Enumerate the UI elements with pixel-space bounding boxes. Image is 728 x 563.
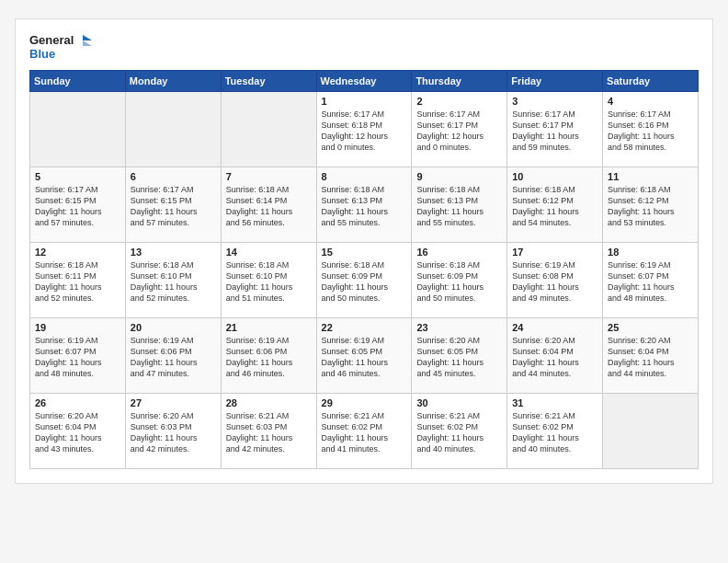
day-number: 15 xyxy=(322,247,407,258)
day-info: Sunrise: 6:19 AM Sunset: 6:05 PM Dayligh… xyxy=(322,335,407,380)
weekday-header-thursday: Thursday xyxy=(412,71,507,92)
day-number: 19 xyxy=(35,322,120,333)
day-info: Sunrise: 6:17 AM Sunset: 6:17 PM Dayligh… xyxy=(512,109,597,154)
day-cell xyxy=(125,92,221,167)
day-number: 10 xyxy=(512,171,597,182)
day-cell: 27Sunrise: 6:20 AM Sunset: 6:03 PM Dayli… xyxy=(125,394,221,469)
weekday-header-monday: Monday xyxy=(125,71,221,92)
day-cell: 8Sunrise: 6:18 AM Sunset: 6:13 PM Daylig… xyxy=(316,167,412,243)
day-cell: 7Sunrise: 6:18 AM Sunset: 6:14 PM Daylig… xyxy=(221,167,316,243)
week-row-1: 1Sunrise: 6:17 AM Sunset: 6:18 PM Daylig… xyxy=(30,92,699,167)
day-number: 5 xyxy=(35,171,120,182)
day-cell: 31Sunrise: 6:21 AM Sunset: 6:02 PM Dayli… xyxy=(507,394,603,469)
day-cell: 16Sunrise: 6:18 AM Sunset: 6:09 PM Dayli… xyxy=(412,243,507,318)
logo-blue: Blue xyxy=(29,47,55,61)
day-info: Sunrise: 6:20 AM Sunset: 6:03 PM Dayligh… xyxy=(131,410,216,455)
day-cell xyxy=(603,394,699,469)
day-number: 24 xyxy=(512,322,597,333)
day-info: Sunrise: 6:19 AM Sunset: 6:07 PM Dayligh… xyxy=(608,259,693,304)
day-info: Sunrise: 6:17 AM Sunset: 6:16 PM Dayligh… xyxy=(608,109,693,154)
logo-general: General xyxy=(29,33,74,47)
day-cell: 28Sunrise: 6:21 AM Sunset: 6:03 PM Dayli… xyxy=(221,394,316,469)
day-info: Sunrise: 6:18 AM Sunset: 6:09 PM Dayligh… xyxy=(322,259,407,304)
svg-marker-0 xyxy=(83,35,92,40)
weekday-header-tuesday: Tuesday xyxy=(221,71,316,92)
calendar-table: SundayMondayTuesdayWednesdayThursdayFrid… xyxy=(29,70,699,469)
day-info: Sunrise: 6:19 AM Sunset: 6:06 PM Dayligh… xyxy=(226,335,312,380)
day-info: Sunrise: 6:17 AM Sunset: 6:17 PM Dayligh… xyxy=(416,109,502,154)
day-number: 26 xyxy=(35,397,120,408)
day-number: 25 xyxy=(608,322,693,333)
day-cell: 3Sunrise: 6:17 AM Sunset: 6:17 PM Daylig… xyxy=(507,92,603,167)
day-cell: 11Sunrise: 6:18 AM Sunset: 6:12 PM Dayli… xyxy=(603,167,699,243)
day-cell xyxy=(30,92,126,167)
day-number: 1 xyxy=(322,96,407,107)
day-number: 7 xyxy=(226,171,312,182)
day-number: 16 xyxy=(416,247,502,258)
day-number: 2 xyxy=(416,96,502,107)
day-info: Sunrise: 6:18 AM Sunset: 6:10 PM Dayligh… xyxy=(226,259,312,304)
day-cell: 30Sunrise: 6:21 AM Sunset: 6:02 PM Dayli… xyxy=(412,394,507,469)
day-cell: 13Sunrise: 6:18 AM Sunset: 6:10 PM Dayli… xyxy=(125,243,221,318)
day-cell: 9Sunrise: 6:18 AM Sunset: 6:13 PM Daylig… xyxy=(412,167,507,243)
day-cell: 25Sunrise: 6:20 AM Sunset: 6:04 PM Dayli… xyxy=(603,318,699,394)
day-info: Sunrise: 6:20 AM Sunset: 6:05 PM Dayligh… xyxy=(416,335,502,380)
day-cell: 12Sunrise: 6:18 AM Sunset: 6:11 PM Dayli… xyxy=(30,243,126,318)
day-number: 3 xyxy=(512,96,597,107)
weekday-header-friday: Friday xyxy=(507,71,603,92)
day-number: 22 xyxy=(322,322,407,333)
day-number: 11 xyxy=(608,171,693,182)
day-info: Sunrise: 6:20 AM Sunset: 6:04 PM Dayligh… xyxy=(512,335,597,380)
day-info: Sunrise: 6:21 AM Sunset: 6:02 PM Dayligh… xyxy=(416,410,502,455)
day-info: Sunrise: 6:21 AM Sunset: 6:02 PM Dayligh… xyxy=(322,410,407,455)
day-info: Sunrise: 6:18 AM Sunset: 6:09 PM Dayligh… xyxy=(416,259,502,304)
weekday-header-row: SundayMondayTuesdayWednesdayThursdayFrid… xyxy=(30,71,699,92)
day-cell: 4Sunrise: 6:17 AM Sunset: 6:16 PM Daylig… xyxy=(603,92,699,167)
weekday-header-sunday: Sunday xyxy=(30,71,126,92)
day-number: 29 xyxy=(322,397,407,408)
week-row-2: 5Sunrise: 6:17 AM Sunset: 6:15 PM Daylig… xyxy=(30,167,699,243)
calendar-page: General Blue SundayMondayTuesdayWednesda… xyxy=(15,18,713,484)
day-cell: 14Sunrise: 6:18 AM Sunset: 6:10 PM Dayli… xyxy=(221,243,316,318)
day-number: 20 xyxy=(131,322,216,333)
day-cell: 10Sunrise: 6:18 AM Sunset: 6:12 PM Dayli… xyxy=(507,167,603,243)
week-row-3: 12Sunrise: 6:18 AM Sunset: 6:11 PM Dayli… xyxy=(30,243,699,318)
day-info: Sunrise: 6:18 AM Sunset: 6:11 PM Dayligh… xyxy=(35,259,120,304)
day-number: 17 xyxy=(512,247,597,258)
day-cell: 20Sunrise: 6:19 AM Sunset: 6:06 PM Dayli… xyxy=(125,318,221,394)
day-info: Sunrise: 6:18 AM Sunset: 6:13 PM Dayligh… xyxy=(416,184,502,229)
day-info: Sunrise: 6:21 AM Sunset: 6:03 PM Dayligh… xyxy=(226,410,312,455)
day-number: 9 xyxy=(416,171,502,182)
day-number: 12 xyxy=(35,247,120,258)
week-row-5: 26Sunrise: 6:20 AM Sunset: 6:04 PM Dayli… xyxy=(30,394,699,469)
day-number: 14 xyxy=(226,247,312,258)
day-info: Sunrise: 6:17 AM Sunset: 6:15 PM Dayligh… xyxy=(35,184,120,229)
day-info: Sunrise: 6:21 AM Sunset: 6:02 PM Dayligh… xyxy=(512,410,597,455)
day-cell: 23Sunrise: 6:20 AM Sunset: 6:05 PM Dayli… xyxy=(412,318,507,394)
day-cell: 15Sunrise: 6:18 AM Sunset: 6:09 PM Dayli… xyxy=(316,243,412,318)
day-info: Sunrise: 6:18 AM Sunset: 6:10 PM Dayligh… xyxy=(131,259,216,304)
day-number: 18 xyxy=(608,247,693,258)
day-cell: 1Sunrise: 6:17 AM Sunset: 6:18 PM Daylig… xyxy=(316,92,412,167)
day-number: 31 xyxy=(512,397,597,408)
page-header: General Blue xyxy=(29,33,699,61)
day-cell: 5Sunrise: 6:17 AM Sunset: 6:15 PM Daylig… xyxy=(30,167,126,243)
day-info: Sunrise: 6:17 AM Sunset: 6:15 PM Dayligh… xyxy=(131,184,216,229)
day-cell: 17Sunrise: 6:19 AM Sunset: 6:08 PM Dayli… xyxy=(507,243,603,318)
svg-marker-1 xyxy=(83,40,92,46)
week-row-4: 19Sunrise: 6:19 AM Sunset: 6:07 PM Dayli… xyxy=(30,318,699,394)
day-cell: 21Sunrise: 6:19 AM Sunset: 6:06 PM Dayli… xyxy=(221,318,316,394)
day-cell: 2Sunrise: 6:17 AM Sunset: 6:17 PM Daylig… xyxy=(412,92,507,167)
day-number: 4 xyxy=(608,96,693,107)
day-info: Sunrise: 6:18 AM Sunset: 6:12 PM Dayligh… xyxy=(608,184,693,229)
day-cell: 19Sunrise: 6:19 AM Sunset: 6:07 PM Dayli… xyxy=(30,318,126,394)
day-number: 13 xyxy=(131,247,216,258)
day-number: 28 xyxy=(226,397,312,408)
day-cell: 29Sunrise: 6:21 AM Sunset: 6:02 PM Dayli… xyxy=(316,394,412,469)
day-info: Sunrise: 6:20 AM Sunset: 6:04 PM Dayligh… xyxy=(608,335,693,380)
day-info: Sunrise: 6:18 AM Sunset: 6:12 PM Dayligh… xyxy=(512,184,597,229)
day-info: Sunrise: 6:17 AM Sunset: 6:18 PM Dayligh… xyxy=(322,109,407,154)
day-number: 8 xyxy=(322,171,407,182)
weekday-header-saturday: Saturday xyxy=(603,71,699,92)
day-number: 6 xyxy=(131,171,216,182)
